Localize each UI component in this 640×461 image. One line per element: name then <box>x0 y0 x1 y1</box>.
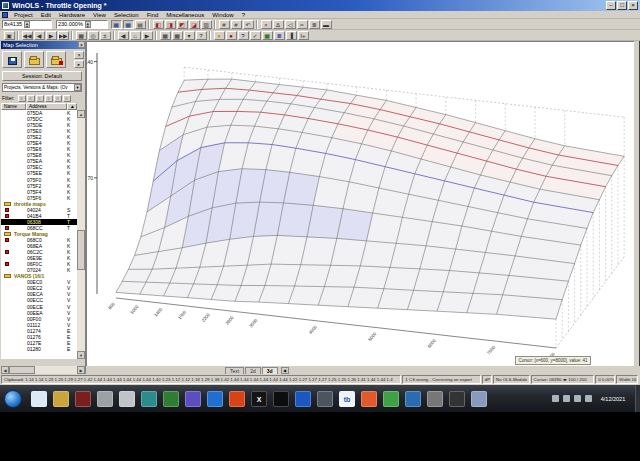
toolbar2-button-21[interactable]: ● <box>214 31 225 40</box>
zoom-combo-spinner[interactable]: ▲▼ <box>85 21 91 28</box>
filter-button-4[interactable]: ≡ <box>45 95 53 102</box>
panel-title-bar[interactable]: Map Selection × <box>1 41 85 49</box>
tray-icon-3[interactable] <box>574 395 581 402</box>
menu-item-view[interactable]: View <box>89 12 110 18</box>
toolbar1-button-11[interactable]: # <box>219 20 230 29</box>
panel-close-icon[interactable]: × <box>78 41 85 48</box>
taskbar-icon-10[interactable] <box>229 391 245 407</box>
toolbar2-button-26[interactable]: ≣ <box>274 31 285 40</box>
taskbar-icon-4[interactable] <box>97 391 113 407</box>
filter-button-6[interactable]: ≡ <box>63 95 71 102</box>
taskbar-icon-2[interactable] <box>53 391 69 407</box>
taskbar-icon-17[interactable] <box>383 391 399 407</box>
column-header-sort[interactable]: ▲ <box>67 103 77 110</box>
toolbar1-button-17[interactable]: ◁ <box>285 20 296 29</box>
toolbar2-button-1[interactable]: ▣ <box>4 31 15 40</box>
toolbar2-button-23[interactable]: ? <box>238 31 249 40</box>
tray-clock[interactable]: 4/12/2021 <box>594 396 632 402</box>
toolbar2-button-28[interactable]: I+ <box>298 31 309 40</box>
column-header-address[interactable]: Address <box>26 103 67 110</box>
map-list-vertical-scrollbar[interactable]: ▲ ▼ <box>77 110 85 359</box>
menu-item-selection[interactable]: Selection <box>110 12 143 18</box>
chevron-down-icon[interactable]: ▼ <box>74 84 81 91</box>
scope-combo[interactable]: Projects, Versions & Maps: (Ov ▼ <box>2 83 82 92</box>
toolbar1-button-19[interactable]: ≣ <box>309 20 320 29</box>
taskbar-icon-3[interactable] <box>75 391 91 407</box>
taskbar-icon-13[interactable] <box>295 391 311 407</box>
column-header-name[interactable]: Name <box>1 103 26 110</box>
session-button[interactable]: Session: Default <box>2 71 82 81</box>
toolbar1-button-15[interactable]: × <box>261 20 272 29</box>
taskbar-icon-12[interactable] <box>273 391 289 407</box>
map-list-header[interactable]: Name Address ▲ <box>1 103 85 110</box>
toolbar1-button-16[interactable]: Δ <box>273 20 284 29</box>
tab-3d[interactable]: 3d <box>262 367 278 374</box>
format-combo-spinner[interactable]: ▲▼ <box>24 21 30 28</box>
panel-small-button-2[interactable]: ▸ <box>74 60 84 68</box>
toolbar1-button-18[interactable]: ≈ <box>297 20 308 29</box>
toolbar1-button-5[interactable]: ◧ <box>153 20 164 29</box>
show-desktop-button[interactable] <box>635 385 640 412</box>
toolbar1-button-6[interactable]: ◨ <box>165 20 176 29</box>
open-project-button[interactable] <box>24 51 44 68</box>
taskbar-icon-19[interactable] <box>427 391 443 407</box>
menu-item-help[interactable]: ? <box>238 12 249 18</box>
toolbar2-button-3[interactable]: ◀◀ <box>22 31 33 40</box>
tray-icon-1[interactable] <box>552 395 559 402</box>
toolbar2-button-18[interactable]: ▾ <box>184 31 195 40</box>
toolbar2-button-6[interactable]: ▶▶ <box>58 31 69 40</box>
map-list-row[interactable]: 01280E <box>1 346 77 352</box>
toolbar1-button-9[interactable]: ▥ <box>201 20 212 29</box>
filter-button-5[interactable]: ≡ <box>54 95 62 102</box>
filter-button-1[interactable]: ≡ <box>18 95 26 102</box>
toolbar1-button-1[interactable]: ▦ <box>111 20 122 29</box>
maximize-button[interactable]: □ <box>617 1 627 10</box>
toolbar2-button-19[interactable]: ? <box>196 31 207 40</box>
filter-button-3[interactable]: ≡ <box>36 95 44 102</box>
surface-plot[interactable]: 7014060010001400180022002600300040005000… <box>87 42 635 367</box>
scrollbar-thumb-h[interactable] <box>9 366 35 374</box>
toolbar2-button-16[interactable]: ▦ <box>160 31 171 40</box>
tray-icon-4[interactable] <box>585 395 592 402</box>
tab-text[interactable]: Text <box>225 367 244 374</box>
map-list[interactable]: 075DAK075DCK075DEK075E0K075E2K075E4K075E… <box>1 110 77 359</box>
taskbar-icon-9[interactable] <box>207 391 223 407</box>
menu-item-window[interactable]: Window <box>208 12 237 18</box>
toolbar1-button-2[interactable]: ▦ <box>123 20 134 29</box>
toolbar1-button-7[interactable]: ◩ <box>177 20 188 29</box>
panel-horizontal-scrollbar[interactable]: ◀ ▶ <box>1 366 85 374</box>
menu-item-find[interactable]: Find <box>143 12 163 18</box>
toolbar2-button-10[interactable]: ± <box>100 31 111 40</box>
map-3d-view[interactable]: 7014060010001400180022002600300040005000… <box>86 41 634 366</box>
taskbar-icon-11[interactable]: X <box>251 391 267 407</box>
toolbar1-button-12[interactable]: # <box>231 20 242 29</box>
toolbar2-button-5[interactable]: ▶ <box>46 31 57 40</box>
format-combo[interactable]: 8x4135 ▲▼ <box>2 20 52 29</box>
scroll-left-icon[interactable]: ◀ <box>1 366 9 374</box>
toolbar1-button-13[interactable]: ↶ <box>243 20 254 29</box>
toolbar2-button-25[interactable]: ▦ <box>262 31 273 40</box>
close-button[interactable]: × <box>628 1 638 10</box>
toolbar2-button-14[interactable]: ▶ <box>142 31 153 40</box>
taskbar-icon-21[interactable] <box>471 391 487 407</box>
toolbar2-button-27[interactable]: ▐ <box>286 31 297 40</box>
toolbar2-button-8[interactable]: ▦ <box>76 31 87 40</box>
zoom-combo[interactable]: 230.000% ▲▼ <box>56 20 108 29</box>
title-bar[interactable]: WinOLS - Throttle Opening * –□× <box>0 0 640 11</box>
panel-small-button-1[interactable]: × <box>74 51 84 59</box>
toolbar1-button-3[interactable]: ▤ <box>135 20 146 29</box>
toolbar2-button-12[interactable]: ◀ <box>118 31 129 40</box>
minimize-button[interactable]: – <box>606 1 616 10</box>
tab-scroll-left-icon[interactable]: ◀ <box>281 367 289 374</box>
menu-item-miscellaneous[interactable]: Miscellaneous <box>162 12 208 18</box>
taskbar-icon-5[interactable] <box>119 391 135 407</box>
taskbar-icon-18[interactable] <box>405 391 421 407</box>
toolbar2-button-4[interactable]: ◀ <box>34 31 45 40</box>
toolbar1-button-20[interactable]: ▬ <box>321 20 332 29</box>
taskbar-icon-6[interactable] <box>141 391 157 407</box>
menu-item-edit[interactable]: Edit <box>37 12 55 18</box>
new-version-button[interactable] <box>2 51 22 68</box>
toolbar2-button-22[interactable]: ● <box>226 31 237 40</box>
menu-item-project[interactable]: Project <box>10 12 37 18</box>
scroll-down-icon[interactable]: ▼ <box>77 351 85 359</box>
